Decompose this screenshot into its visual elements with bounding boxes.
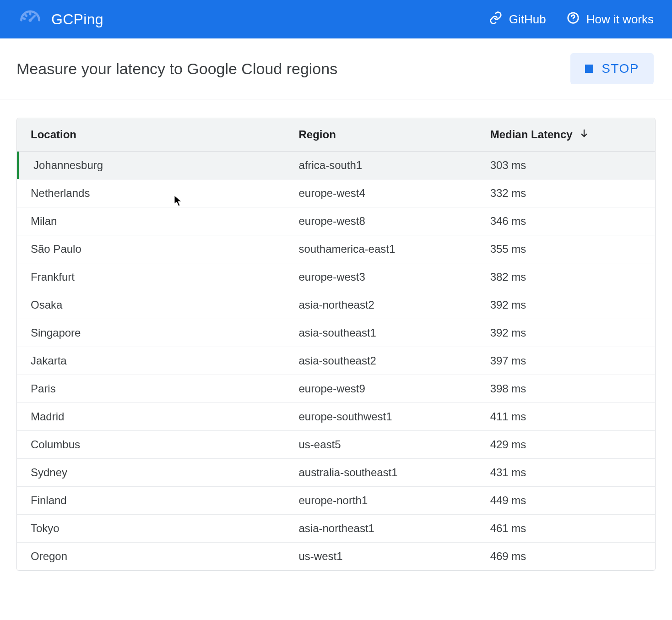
cell-location: Columbus bbox=[17, 431, 285, 459]
cell-region: europe-west4 bbox=[285, 179, 476, 207]
cell-latency: 429 ms bbox=[477, 431, 655, 459]
svg-line-1 bbox=[30, 16, 35, 21]
table-row[interactable]: São Paulosouthamerica-east1355 ms bbox=[17, 235, 655, 263]
table-row[interactable]: Pariseurope-west9398 ms bbox=[17, 375, 655, 403]
table-row[interactable]: Sydneyaustralia-southeast1431 ms bbox=[17, 459, 655, 487]
stop-button-label: STOP bbox=[602, 61, 639, 76]
cell-region: europe-west3 bbox=[285, 263, 476, 291]
cell-latency: 398 ms bbox=[477, 375, 655, 403]
cell-location: São Paulo bbox=[17, 235, 285, 263]
table-row[interactable]: Osakaasia-northeast2392 ms bbox=[17, 291, 655, 319]
cell-region: asia-southeast2 bbox=[285, 347, 476, 375]
table-row[interactable]: Johannesburgafrica-south1303 ms bbox=[17, 152, 655, 179]
table-row[interactable]: Milaneurope-west8346 ms bbox=[17, 207, 655, 235]
cell-latency: 332 ms bbox=[477, 179, 655, 207]
cell-region: asia-northeast1 bbox=[285, 515, 476, 543]
cell-region: europe-west8 bbox=[285, 207, 476, 235]
table-container: Location Region Median Latency bbox=[0, 99, 672, 589]
sort-descending-icon bbox=[579, 128, 589, 141]
table-row[interactable]: Jakartaasia-southeast2397 ms bbox=[17, 347, 655, 375]
cell-region: asia-southeast1 bbox=[285, 319, 476, 347]
column-header-latency-label: Median Latency bbox=[490, 128, 573, 141]
table-row[interactable]: Madrideurope-southwest1411 ms bbox=[17, 403, 655, 431]
subheader: Measure your latency to Google Cloud reg… bbox=[0, 38, 672, 99]
latency-table: Location Region Median Latency bbox=[16, 118, 656, 571]
cell-latency: 355 ms bbox=[477, 235, 655, 263]
app-title: GCPing bbox=[51, 11, 103, 28]
cell-region: asia-northeast2 bbox=[285, 291, 476, 319]
cell-location: Milan bbox=[17, 207, 285, 235]
svg-line-3 bbox=[26, 15, 27, 16]
cell-latency: 461 ms bbox=[477, 515, 655, 543]
cell-latency: 382 ms bbox=[477, 263, 655, 291]
cell-region: australia-southeast1 bbox=[285, 459, 476, 487]
table-row[interactable]: Tokyoasia-northeast1461 ms bbox=[17, 515, 655, 543]
cell-location: Finland bbox=[17, 487, 285, 515]
how-it-works-link[interactable]: How it works bbox=[566, 11, 654, 28]
cell-location: Sydney bbox=[17, 459, 285, 487]
table-row[interactable]: Columbusus-east5429 ms bbox=[17, 431, 655, 459]
cell-region: europe-north1 bbox=[285, 487, 476, 515]
cell-region: us-east5 bbox=[285, 431, 476, 459]
cell-region: europe-west9 bbox=[285, 375, 476, 403]
column-header-region[interactable]: Region bbox=[285, 118, 476, 152]
cell-region: africa-south1 bbox=[285, 152, 476, 179]
cell-location: Jakarta bbox=[17, 347, 285, 375]
cell-latency: 346 ms bbox=[477, 207, 655, 235]
table-row[interactable]: Oregonus-west1469 ms bbox=[17, 543, 655, 571]
cell-latency: 449 ms bbox=[477, 487, 655, 515]
svg-point-6 bbox=[573, 20, 574, 21]
cell-location: Johannesburg bbox=[17, 152, 285, 179]
link-icon bbox=[489, 11, 503, 28]
column-header-location-label: Location bbox=[31, 128, 76, 141]
cell-location: Oregon bbox=[17, 543, 285, 571]
stop-button[interactable]: STOP bbox=[570, 53, 654, 84]
cell-latency: 392 ms bbox=[477, 319, 655, 347]
app-header: GCPing GitHub How it works bbox=[0, 0, 672, 38]
github-link[interactable]: GitHub bbox=[489, 11, 546, 28]
table-row[interactable]: Netherlandseurope-west4332 ms bbox=[17, 179, 655, 207]
brand: GCPing bbox=[18, 6, 103, 32]
cell-location: Madrid bbox=[17, 403, 285, 431]
cell-region: us-west1 bbox=[285, 543, 476, 571]
cell-latency: 392 ms bbox=[477, 291, 655, 319]
cell-location: Paris bbox=[17, 375, 285, 403]
cell-location: Netherlands bbox=[17, 179, 285, 207]
cell-location: Singapore bbox=[17, 319, 285, 347]
table-row[interactable]: Frankfurteurope-west3382 ms bbox=[17, 263, 655, 291]
cell-region: southamerica-east1 bbox=[285, 235, 476, 263]
header-nav: GitHub How it works bbox=[489, 11, 654, 28]
cell-region: europe-southwest1 bbox=[285, 403, 476, 431]
cell-latency: 303 ms bbox=[477, 152, 655, 179]
table-row[interactable]: Singaporeasia-southeast1392 ms bbox=[17, 319, 655, 347]
column-header-location[interactable]: Location bbox=[17, 118, 285, 152]
gauge-icon bbox=[18, 6, 42, 32]
cell-latency: 411 ms bbox=[477, 403, 655, 431]
cell-location: Frankfurt bbox=[17, 263, 285, 291]
help-icon bbox=[566, 11, 580, 28]
cell-latency: 431 ms bbox=[477, 459, 655, 487]
cell-latency: 397 ms bbox=[477, 347, 655, 375]
cell-location: Osaka bbox=[17, 291, 285, 319]
github-link-label: GitHub bbox=[509, 12, 546, 27]
cell-location: Tokyo bbox=[17, 515, 285, 543]
column-header-region-label: Region bbox=[298, 128, 336, 141]
stop-icon bbox=[585, 65, 593, 73]
how-it-works-label: How it works bbox=[586, 12, 654, 27]
table-header-row: Location Region Median Latency bbox=[17, 118, 655, 152]
column-header-latency[interactable]: Median Latency bbox=[477, 118, 655, 152]
table-row[interactable]: Finlandeurope-north1449 ms bbox=[17, 487, 655, 515]
page-title: Measure your latency to Google Cloud reg… bbox=[16, 60, 337, 78]
svg-line-2 bbox=[23, 18, 25, 19]
cell-latency: 469 ms bbox=[477, 543, 655, 571]
